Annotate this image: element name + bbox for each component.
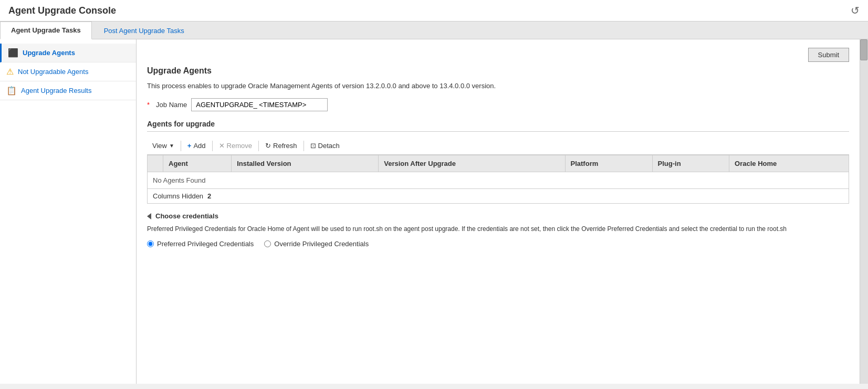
top-actions: Submit bbox=[147, 48, 849, 62]
col-header-agent: Agent bbox=[163, 155, 232, 172]
warning-icon: ⚠ bbox=[6, 67, 14, 77]
add-icon: + bbox=[187, 142, 192, 150]
sidebar-item-label: Upgrade Agents bbox=[23, 49, 75, 57]
remove-button[interactable]: ✕ Remove bbox=[214, 139, 257, 152]
credentials-description: Preferred Privileged Credentials for Ora… bbox=[147, 224, 849, 234]
hidden-cols-label: Columns Hidden bbox=[153, 192, 203, 200]
results-icon: 📋 bbox=[6, 86, 17, 96]
description-text: This process enables to upgrade Oracle M… bbox=[147, 82, 849, 90]
no-data-message: No Agents Found bbox=[148, 172, 849, 189]
credentials-radio-group: Preferred Privileged Credentials Overrid… bbox=[147, 240, 849, 248]
preferred-credentials-radio[interactable] bbox=[147, 240, 154, 247]
hidden-columns-row: Columns Hidden 2 bbox=[147, 189, 849, 204]
toolbar-divider-1 bbox=[181, 141, 181, 151]
toolbar-divider-2 bbox=[212, 141, 213, 151]
col-header-version-after-upgrade: Version After Upgrade bbox=[379, 155, 565, 172]
agents-section-title: Agents for upgrade bbox=[147, 120, 849, 132]
override-credentials-label: Override Privileged Credentials bbox=[274, 240, 369, 248]
app-title: Agent Upgrade Console bbox=[8, 5, 116, 16]
scrollbar-area[interactable] bbox=[860, 39, 868, 384]
credentials-section-title: Choose credentials bbox=[147, 212, 849, 220]
detach-button[interactable]: ⊡ Detach bbox=[305, 139, 345, 152]
col-header-installed-version: Installed Version bbox=[232, 155, 379, 172]
preferred-credentials-label: Preferred Privileged Credentials bbox=[157, 240, 254, 248]
sidebar-item-not-upgradable[interactable]: ⚠ Not Upgradable Agents bbox=[0, 62, 136, 81]
table-header-row: Agent Installed Version Version After Up… bbox=[148, 155, 849, 172]
credentials-section: Choose credentials Preferred Privileged … bbox=[147, 212, 849, 248]
job-name-label: Job Name bbox=[156, 101, 187, 109]
toolbar-divider-3 bbox=[258, 141, 259, 151]
refresh-label: Refresh bbox=[273, 142, 297, 150]
detach-icon: ⊡ bbox=[310, 142, 316, 150]
upgrade-agents-icon: ⬛ bbox=[8, 48, 18, 58]
credentials-title-text: Choose credentials bbox=[155, 212, 218, 220]
job-name-input[interactable] bbox=[191, 98, 328, 111]
view-label: View bbox=[152, 142, 167, 150]
col-header-platform: Platform bbox=[565, 155, 652, 172]
view-dropdown-icon: ▼ bbox=[169, 143, 174, 149]
col-header-oracle-home: Oracle Home bbox=[729, 155, 849, 172]
remove-icon: ✕ bbox=[219, 142, 225, 150]
add-button[interactable]: + Add bbox=[182, 139, 211, 152]
add-label: Add bbox=[193, 142, 205, 150]
tabs-bar: Agent Upgrade Tasks Post Agent Upgrade T… bbox=[0, 22, 868, 39]
collapse-arrow-icon[interactable] bbox=[147, 213, 151, 219]
sidebar-item-upgrade-results[interactable]: 📋 Agent Upgrade Results bbox=[0, 81, 136, 100]
tab-agent-upgrade-tasks[interactable]: Agent Upgrade Tasks bbox=[0, 22, 92, 39]
agents-table: Agent Installed Version Version After Up… bbox=[147, 155, 849, 189]
remove-label: Remove bbox=[227, 142, 252, 150]
override-credentials-radio[interactable] bbox=[264, 240, 271, 247]
col-header-checkbox bbox=[148, 155, 163, 172]
toolbar-refresh-icon: ↻ bbox=[265, 142, 271, 150]
toolbar-divider-4 bbox=[304, 141, 304, 151]
agents-toolbar: View ▼ + Add ✕ Remove ↻ Refresh ⊡ Detach bbox=[147, 137, 849, 155]
detach-label: Detach bbox=[318, 142, 340, 150]
refresh-button[interactable]: ↻ Refresh bbox=[260, 139, 302, 152]
required-indicator: * bbox=[147, 101, 150, 109]
sidebar-item-label: Agent Upgrade Results bbox=[21, 87, 91, 94]
no-data-row: No Agents Found bbox=[148, 172, 849, 189]
sidebar-item-label: Not Upgradable Agents bbox=[18, 68, 88, 76]
scrollbar-thumb[interactable] bbox=[860, 39, 867, 60]
sidebar-item-upgrade-agents[interactable]: ⬛ Upgrade Agents bbox=[0, 44, 136, 62]
main-layout: ⬛ Upgrade Agents ⚠ Not Upgradable Agents… bbox=[0, 39, 868, 384]
override-credentials-option[interactable]: Override Privileged Credentials bbox=[264, 240, 369, 248]
submit-button[interactable]: Submit bbox=[808, 48, 849, 62]
hidden-cols-count: 2 bbox=[207, 192, 211, 200]
app-header: Agent Upgrade Console ↺ bbox=[0, 0, 868, 22]
page-title: Upgrade Agents bbox=[147, 66, 849, 76]
preferred-credentials-option[interactable]: Preferred Privileged Credentials bbox=[147, 240, 254, 248]
view-button[interactable]: View ▼ bbox=[147, 139, 180, 152]
refresh-icon[interactable]: ↺ bbox=[851, 4, 860, 17]
col-header-plugin: Plug-in bbox=[652, 155, 729, 172]
content-area: Submit Upgrade Agents This process enabl… bbox=[137, 39, 860, 384]
tab-post-agent-upgrade-tasks[interactable]: Post Agent Upgrade Tasks bbox=[93, 22, 195, 39]
job-name-row: * Job Name bbox=[147, 98, 849, 111]
sidebar: ⬛ Upgrade Agents ⚠ Not Upgradable Agents… bbox=[0, 39, 137, 384]
